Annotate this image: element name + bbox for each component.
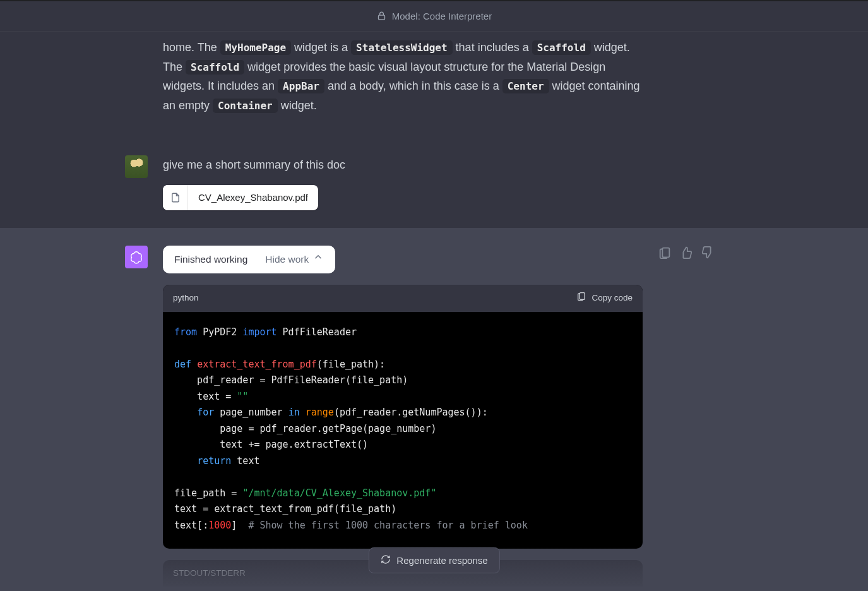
- regenerate-button[interactable]: Regenerate response: [368, 547, 499, 573]
- message-actions: [658, 246, 715, 587]
- code-content[interactable]: from PyPDF2 import PdfFileReader def ext…: [163, 312, 643, 549]
- inline-code: Center: [502, 79, 549, 93]
- inline-code: Scaffold: [186, 60, 244, 75]
- file-icon: [163, 185, 188, 210]
- model-indicator-bar: Model: Code Interpreter: [0, 1, 868, 32]
- code-block: python Copy code from PyPDF2 import PdfF…: [163, 285, 643, 549]
- file-name: CV_Alexey_Shabanov.pdf: [188, 190, 318, 205]
- regenerate-label: Regenerate response: [396, 555, 487, 566]
- toggle-label: Hide work: [265, 252, 309, 268]
- user-message: give me a short summary of this doc CV_A…: [0, 140, 868, 228]
- inline-code: MyHomePage: [220, 40, 291, 55]
- status-label: Finished working: [174, 252, 247, 268]
- code-language: python: [173, 291, 199, 305]
- svg-rect-2: [662, 248, 669, 258]
- inline-code: Scaffold: [532, 40, 591, 55]
- text: widget is a: [291, 41, 351, 54]
- thumbs-down-button[interactable]: [701, 246, 715, 260]
- assistant-avatar: [125, 246, 148, 268]
- clipboard-icon: [576, 291, 586, 306]
- lock-icon: [376, 11, 387, 21]
- assistant-prose: home. The MyHomePage widget is a Statele…: [163, 38, 643, 115]
- chevron-up-icon: [312, 251, 324, 268]
- inline-code: StatelessWidget: [351, 40, 453, 55]
- assistant-message-prev: home. The MyHomePage widget is a Statele…: [0, 32, 868, 140]
- model-label: Model: Code Interpreter: [392, 9, 492, 24]
- refresh-icon: [380, 554, 390, 566]
- svg-rect-0: [378, 15, 384, 20]
- text: that includes a: [453, 41, 532, 54]
- text: home. The: [163, 41, 220, 54]
- text: widget.: [278, 99, 317, 112]
- thumbs-up-button[interactable]: [679, 246, 693, 260]
- text: and a body, which in this case is a: [324, 80, 502, 92]
- inline-code: AppBar: [278, 79, 324, 93]
- file-attachment[interactable]: CV_Alexey_Shabanov.pdf: [163, 185, 318, 210]
- user-avatar: [125, 155, 148, 178]
- copy-code-label: Copy code: [592, 291, 633, 305]
- work-status-toggle[interactable]: Finished working Hide work: [163, 246, 335, 273]
- copy-code-button[interactable]: Copy code: [576, 291, 633, 306]
- copy-message-button[interactable]: [658, 246, 672, 260]
- user-text: give me a short summary of this doc: [163, 155, 643, 175]
- svg-rect-1: [580, 293, 585, 300]
- assistant-message: Finished working Hide work python Copy c…: [0, 228, 868, 591]
- inline-code: Container: [213, 98, 278, 113]
